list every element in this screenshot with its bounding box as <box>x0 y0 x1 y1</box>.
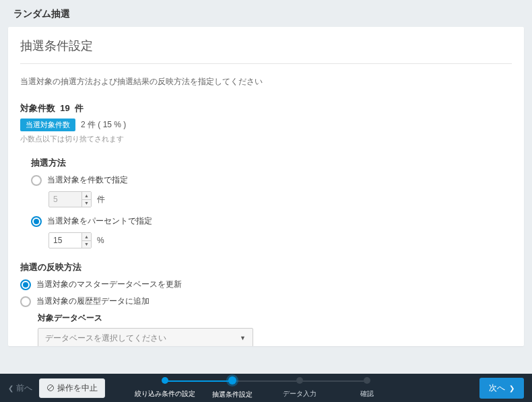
settings-card: 抽選条件設定 当選対象の抽選方法および抽選結果の反映方法を指定してください 対象… <box>8 27 524 346</box>
rounding-note: 小数点以下は切り捨てされます <box>20 134 512 144</box>
percent-input[interactable] <box>49 233 81 248</box>
method-by-count-radio[interactable]: 当選対象を件数で指定 <box>31 174 512 186</box>
percent-up-button[interactable]: ▲ <box>82 233 91 241</box>
reflect-radio-group: 当選対象のマスターデータベースを更新 当選対象の履歴型データに追加 対象データベ… <box>20 279 512 346</box>
percent-spinner: ▲ ▼ <box>48 232 92 248</box>
step-filter: 絞り込み条件の設定 <box>131 377 199 399</box>
step-data-input: データ入力 <box>266 377 333 399</box>
radio-icon <box>31 175 42 186</box>
step-dot-icon <box>228 376 236 384</box>
step-label: 抽選条件設定 <box>212 390 253 399</box>
step-label: 絞り込み条件の設定 <box>135 389 195 399</box>
method-by-count-label: 当選対象を件数で指定 <box>47 174 128 186</box>
footer-bar: ❮ 前へ 操作を中止 絞り込み条件の設定 抽選条件設定 データ入力 確認 次へ <box>0 374 532 402</box>
step-dot-icon <box>364 377 370 384</box>
count-spinner: ▲ ▼ <box>48 191 92 207</box>
progress-stepper: 絞り込み条件の設定 抽選条件設定 データ入力 確認 <box>131 377 401 399</box>
radio-icon <box>31 216 42 227</box>
next-button[interactable]: 次へ ❯ <box>479 378 524 399</box>
target-db-select[interactable]: データベースを選択してください ▼ <box>38 328 253 346</box>
percent-down-button[interactable]: ▼ <box>82 241 91 248</box>
count-down-button[interactable]: ▼ <box>82 200 91 207</box>
cancel-icon <box>46 384 55 392</box>
step-dot-icon <box>296 377 303 384</box>
radio-icon <box>20 296 31 307</box>
chevron-down-icon: ▼ <box>240 335 246 341</box>
radio-icon <box>20 279 31 290</box>
count-unit-label: 件 <box>97 194 105 205</box>
method-section-label: 抽選方法 <box>31 158 512 169</box>
step-label: データ入力 <box>283 389 317 399</box>
winner-count-badge: 当選対象件数 <box>20 119 75 131</box>
card-title: 抽選条件設定 <box>20 38 512 64</box>
step-confirm: 確認 <box>333 377 401 399</box>
reflect-history-radio[interactable]: 当選対象の履歴型データに追加 <box>20 296 512 307</box>
reflect-section-label: 抽選の反映方法 <box>20 262 512 273</box>
count-input[interactable] <box>49 192 81 207</box>
instruction-text: 当選対象の抽選方法および抽選結果の反映方法を指定してください <box>20 76 512 88</box>
percent-unit-label: % <box>97 236 104 245</box>
method-radio-group: 当選対象を件数で指定 ▲ ▼ 件 当選対象をパーセントで指定 ▲ ▼ <box>31 174 512 248</box>
count-value: 19 <box>60 103 69 113</box>
chevron-right-icon: ❯ <box>509 384 514 392</box>
winner-count-text: 2 件 ( 15 % ) <box>81 119 126 131</box>
step-label: 確認 <box>360 389 374 399</box>
step-dot-icon <box>162 377 168 384</box>
page-title: ランダム抽選 <box>0 0 532 27</box>
count-unit: 件 <box>75 103 84 113</box>
step-lottery-settings: 抽選条件設定 <box>199 377 266 399</box>
target-db-label: 対象データベース <box>38 312 512 324</box>
method-by-percent-radio[interactable]: 当選対象をパーセントで指定 <box>31 215 512 227</box>
reflect-master-label: 当選対象のマスターデータベースを更新 <box>36 279 182 290</box>
count-up-button[interactable]: ▲ <box>82 192 91 200</box>
target-db-placeholder: データベースを選択してください <box>45 333 166 344</box>
prev-button: ❮ 前へ <box>8 382 32 394</box>
reflect-history-label: 当選対象の履歴型データに追加 <box>36 296 149 307</box>
chevron-left-icon: ❮ <box>8 384 13 392</box>
reflect-master-radio[interactable]: 当選対象のマスターデータベースを更新 <box>20 279 512 290</box>
prev-label: 前へ <box>16 382 32 394</box>
next-label: 次へ <box>489 382 505 394</box>
abort-button[interactable]: 操作を中止 <box>39 378 105 398</box>
svg-line-1 <box>48 386 53 390</box>
method-by-percent-label: 当選対象をパーセントで指定 <box>47 215 152 227</box>
count-label: 対象件数 <box>20 103 55 113</box>
target-count: 対象件数 19 件 <box>20 102 512 114</box>
abort-label: 操作を中止 <box>57 382 98 394</box>
